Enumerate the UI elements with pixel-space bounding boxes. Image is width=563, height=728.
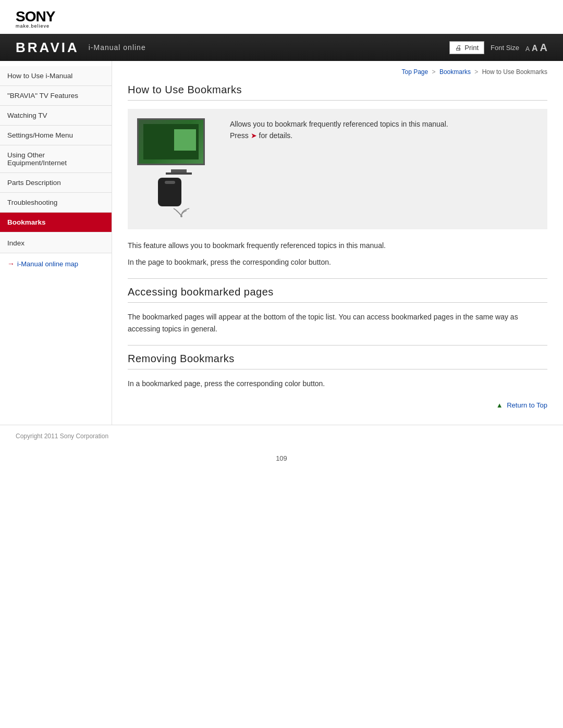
tv-screen-inner — [143, 124, 198, 159]
feature-description: Allows you to bookmark frequently refere… — [230, 118, 538, 142]
sidebar-item-how-to-use[interactable]: How to Use i-Manual — [0, 66, 112, 86]
return-to-top-link[interactable]: ▲ Return to Top — [496, 401, 547, 409]
logo-area: SONY make.believe — [0, 0, 563, 34]
feature-box: Allows you to bookmark frequently refere… — [128, 109, 547, 229]
print-label: Print — [464, 44, 479, 52]
font-size-small-button[interactable]: A — [525, 45, 530, 53]
breadcrumb-sep1: > — [432, 68, 436, 76]
sidebar-item-parts-description[interactable]: Parts Description — [0, 173, 112, 193]
return-arrow-icon: ▲ — [496, 401, 503, 409]
print-button[interactable]: 🖨 Print — [449, 41, 484, 54]
tv-screen — [139, 120, 203, 164]
section3-body: In a bookmarked page, press the correspo… — [128, 378, 547, 390]
breadcrumb-current: How to Use Bookmarks — [482, 68, 547, 76]
arrow-right-icon: → — [7, 260, 15, 268]
top-bar: BRAVIA i-Manual online 🖨 Print Font Size… — [0, 34, 563, 61]
tv-base — [166, 172, 192, 175]
section2-title: Accessing bookmarked pages — [128, 286, 547, 303]
sidebar-map-label: i-Manual online map — [17, 260, 78, 268]
breadcrumb-sep2: > — [474, 68, 478, 76]
bravia-title: BRAVIA i-Manual online — [16, 40, 146, 56]
tv-illustration — [137, 118, 205, 165]
section-divider-2 — [128, 278, 547, 279]
font-size-medium-button[interactable]: A — [532, 44, 538, 53]
sidebar-item-settings-home-menu[interactable]: Settings/Home Menu — [0, 126, 112, 145]
svg-point-0 — [180, 215, 182, 217]
sidebar: How to Use i-Manual "BRAVIA" TV Features… — [0, 61, 112, 425]
make-believe-tagline: make.believe — [16, 24, 547, 29]
remote-button — [165, 181, 175, 184]
sony-text: SONY — [16, 9, 547, 24]
press-arrow-icon: ➤ — [251, 130, 257, 141]
font-size-label: Font Size — [491, 44, 519, 52]
sidebar-item-index[interactable]: Index — [0, 233, 112, 253]
feature-image — [137, 118, 221, 220]
breadcrumb: Top Page > Bookmarks > How to Use Bookma… — [128, 65, 547, 76]
top-bar-actions: 🖨 Print Font Size A A A — [449, 41, 547, 54]
body-text-1: This feature allows you to bookmark freq… — [128, 240, 547, 252]
main-layout: How to Use i-Manual "BRAVIA" TV Features… — [0, 61, 563, 425]
remote-illustration — [158, 178, 181, 206]
sidebar-map-link[interactable]: → i-Manual online map — [0, 253, 112, 274]
wifi-arcs-svg — [171, 206, 192, 218]
bravia-logo: BRAVIA — [16, 40, 79, 56]
font-size-large-button[interactable]: A — [540, 42, 547, 54]
breadcrumb-top-page[interactable]: Top Page — [401, 68, 428, 76]
sidebar-item-watching-tv[interactable]: Watching TV — [0, 106, 112, 126]
bravia-subtitle: i-Manual online — [89, 43, 146, 52]
breadcrumb-bookmarks[interactable]: Bookmarks — [439, 68, 471, 76]
copyright-text: Copyright 2011 Sony Corporation — [16, 433, 108, 440]
section2-body: The bookmarked pages will appear at the … — [128, 311, 547, 336]
sidebar-item-bookmarks[interactable]: Bookmarks — [0, 213, 112, 232]
section3-title: Removing Bookmarks — [128, 353, 547, 369]
remote-area — [137, 178, 221, 220]
sidebar-item-bravia-tv-features[interactable]: "BRAVIA" TV Features — [0, 86, 112, 106]
sidebar-item-using-other-equipment[interactable]: Using Other Equipment/Internet — [0, 145, 112, 173]
return-to-top: ▲ Return to Top — [128, 401, 547, 409]
return-to-top-label: Return to Top — [507, 401, 547, 409]
feature-text-1: Allows you to bookmark frequently refere… — [230, 118, 538, 130]
wifi-arcs-icon — [142, 206, 221, 220]
page-number: 109 — [0, 447, 563, 473]
sony-logo: SONY make.believe — [16, 9, 547, 29]
font-size-options: A A A — [525, 42, 547, 54]
sidebar-item-troubleshooting[interactable]: Troubleshooting — [0, 193, 112, 213]
feature-text-press: Press ➤ for details. — [230, 130, 538, 141]
page-footer: Copyright 2011 Sony Corporation — [0, 425, 563, 447]
section-divider-3 — [128, 345, 547, 346]
body-text-2: In the page to bookmark, press the corre… — [128, 256, 547, 269]
main-section-title: How to Use Bookmarks — [128, 84, 547, 101]
print-icon: 🖨 — [455, 44, 462, 52]
content-area: Top Page > Bookmarks > How to Use Bookma… — [112, 61, 563, 425]
